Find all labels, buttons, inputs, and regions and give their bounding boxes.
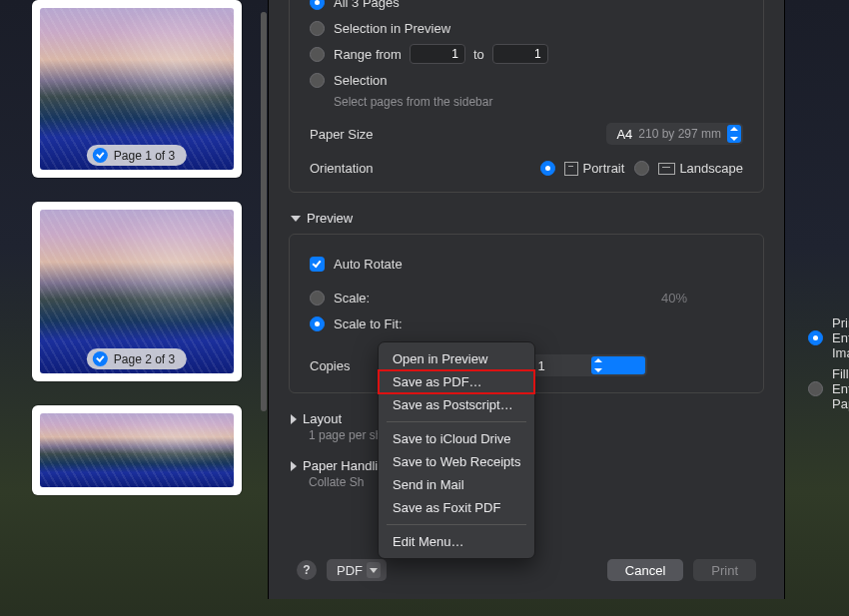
selection-hint: Select pages from the sidebar bbox=[334, 95, 743, 109]
scale-to-fit-row[interactable]: Scale to Fit: bbox=[310, 312, 743, 334]
fill-entire-paper[interactable]: Fill Entire Paper bbox=[808, 366, 849, 411]
range-end-input[interactable] bbox=[492, 44, 548, 64]
copies-input[interactable]: 1 bbox=[527, 354, 647, 376]
auto-rotate-row[interactable]: Auto Rotate bbox=[310, 253, 743, 275]
stepper-icon bbox=[591, 356, 645, 374]
menu-send-in-mail[interactable]: Send in Mail bbox=[379, 473, 534, 496]
menu-save-as-postscript[interactable]: Save as Postscript… bbox=[379, 393, 534, 416]
scrollbar-thumb[interactable] bbox=[261, 12, 267, 411]
menu-separator bbox=[387, 421, 526, 422]
help-button[interactable]: ? bbox=[297, 560, 317, 580]
stepper-icon bbox=[727, 125, 741, 143]
radio-icon bbox=[310, 291, 325, 306]
landscape-icon bbox=[658, 163, 675, 175]
radio-icon bbox=[310, 316, 325, 331]
radio-icon bbox=[310, 0, 325, 10]
radio-icon bbox=[310, 73, 325, 88]
print-entire-label: Print Entire Image bbox=[832, 315, 849, 360]
pages-range-row[interactable]: Range from to bbox=[310, 43, 743, 65]
paper-size-dim: 210 by 297 mm bbox=[638, 127, 721, 141]
chevron-right-icon bbox=[291, 414, 297, 424]
preview-disclosure[interactable]: Preview bbox=[291, 211, 784, 226]
menu-save-as-pdf[interactable]: Save as PDF… bbox=[379, 370, 534, 393]
pages-selection-preview-row[interactable]: Selection in Preview bbox=[310, 17, 743, 39]
cancel-button[interactable]: Cancel bbox=[607, 559, 683, 581]
range-to-label: to bbox=[473, 47, 484, 62]
page-thumb[interactable]: Page 1 of 3 bbox=[32, 0, 242, 178]
radio-icon bbox=[310, 21, 325, 36]
pdf-dropdown-menu: Open in Preview Save as PDF… Save as Pos… bbox=[378, 341, 535, 559]
paper-size-value: A4 bbox=[616, 127, 632, 142]
all-pages-label: All 3 Pages bbox=[334, 0, 400, 10]
landscape-label: Landscape bbox=[679, 161, 743, 176]
preview-header: Preview bbox=[307, 211, 353, 226]
range-start-input[interactable] bbox=[410, 44, 465, 64]
radio-icon bbox=[808, 330, 823, 345]
page-thumbnails-sidebar: Page 1 of 3 Page 2 of 3 bbox=[32, 0, 242, 599]
page-badge: Page 2 of 3 bbox=[87, 348, 187, 369]
paper-size-label: Paper Size bbox=[310, 127, 374, 142]
page-label: Page 1 of 3 bbox=[114, 149, 175, 163]
page-badge: Page 1 of 3 bbox=[87, 145, 187, 166]
chevron-right-icon bbox=[291, 461, 297, 471]
checkbox-icon bbox=[310, 257, 325, 272]
scale-row[interactable]: Scale: 40% bbox=[310, 287, 743, 308]
layout-disclosure[interactable]: Layout bbox=[291, 411, 784, 426]
pdf-label: PDF bbox=[337, 563, 363, 578]
scale-label: Scale: bbox=[334, 291, 370, 306]
radio-icon bbox=[540, 161, 555, 176]
portrait-icon bbox=[564, 162, 578, 176]
copies-label: Copies bbox=[310, 358, 350, 373]
menu-save-web-receipts[interactable]: Save to Web Receipts bbox=[379, 450, 534, 473]
portrait-label: Portrait bbox=[582, 161, 624, 176]
selection-in-preview-label: Selection in Preview bbox=[334, 21, 450, 36]
radio-icon bbox=[634, 161, 649, 176]
chevron-down-icon bbox=[367, 562, 381, 578]
orientation-landscape[interactable]: Landscape bbox=[634, 161, 743, 176]
paper-size-picker[interactable]: A4 210 by 297 mm bbox=[606, 123, 743, 145]
pages-all-row[interactable]: All 3 Pages bbox=[310, 0, 743, 13]
scale-to-fit-label: Scale to Fit: bbox=[334, 316, 403, 331]
menu-open-in-preview[interactable]: Open in Preview bbox=[379, 347, 534, 370]
radio-icon bbox=[808, 381, 823, 396]
page-thumb[interactable] bbox=[32, 405, 242, 495]
pdf-menu-button[interactable]: PDF bbox=[327, 559, 387, 581]
selection-label: Selection bbox=[334, 73, 387, 88]
page-label: Page 2 of 3 bbox=[114, 352, 175, 366]
print-entire-image[interactable]: Print Entire Image bbox=[808, 315, 849, 360]
chevron-down-icon bbox=[291, 216, 301, 222]
layout-header: Layout bbox=[303, 411, 342, 426]
orientation-portrait[interactable]: Portrait bbox=[540, 161, 624, 176]
pages-selection-row[interactable]: Selection bbox=[310, 69, 743, 91]
paper-handling-disclosure[interactable]: Paper Handling bbox=[291, 458, 784, 473]
menu-save-icloud[interactable]: Save to iCloud Drive bbox=[379, 427, 534, 450]
fill-entire-label: Fill Entire Paper bbox=[832, 366, 849, 411]
page-thumb-image bbox=[40, 413, 234, 487]
auto-rotate-label: Auto Rotate bbox=[334, 257, 403, 272]
page-thumb[interactable]: Page 2 of 3 bbox=[32, 202, 242, 381]
print-button[interactable]: Print bbox=[693, 559, 756, 581]
orientation-label: Orientation bbox=[310, 161, 374, 176]
copies-value: 1 bbox=[537, 358, 591, 373]
check-icon bbox=[93, 148, 108, 163]
radio-icon bbox=[310, 47, 325, 62]
menu-save-foxit[interactable]: Save as Foxit PDF bbox=[379, 496, 534, 519]
scale-value: 40% bbox=[661, 291, 687, 306]
menu-separator bbox=[387, 524, 526, 525]
check-icon bbox=[93, 351, 108, 366]
menu-edit-menu[interactable]: Edit Menu… bbox=[379, 530, 534, 553]
range-from-label: Range from bbox=[334, 47, 402, 62]
